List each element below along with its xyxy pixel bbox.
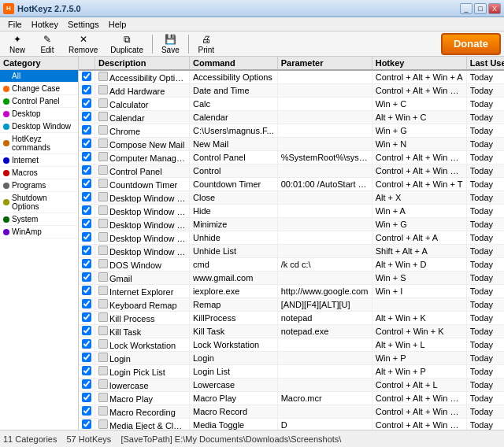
table-row[interactable]: CalendarCalendarAlt + Win + CToday0 xyxy=(79,111,504,124)
sidebar-item-control-panel[interactable]: Control Panel xyxy=(0,95,78,108)
table-row[interactable]: Keyboard RemapRemap[AND][F4][ALT][U]Toda… xyxy=(79,298,504,312)
col-command[interactable]: Command xyxy=(190,57,278,70)
row-checkbox[interactable] xyxy=(82,112,91,121)
table-row[interactable]: Computer ManagementControl Panel%SystemR… xyxy=(79,151,504,164)
table-row[interactable]: lowercaseLowercaseControl + Alt + LToday… xyxy=(79,379,504,392)
table-row[interactable]: Macro PlayMacro PlayMacro.mcrControl + A… xyxy=(79,392,504,405)
table-row[interactable]: Countdown TimerCountdown Timer00:01:00 /… xyxy=(79,178,504,191)
sidebar-item-desktop[interactable]: Desktop xyxy=(0,108,78,120)
new-button[interactable]: ✦ New xyxy=(3,33,32,55)
row-checkbox[interactable] xyxy=(82,312,91,322)
table-row[interactable]: Desktop Window HideHideWin + AToday0 xyxy=(79,205,504,218)
row-checkbox[interactable] xyxy=(82,139,91,148)
table-row[interactable]: Media Eject & CloseMedia ToggleDControl … xyxy=(79,419,504,430)
table-row[interactable]: Add HardwareDate and TimeControl + Alt +… xyxy=(79,84,504,98)
col-hotkey[interactable]: Hotkey xyxy=(372,57,466,70)
row-checkbox[interactable] xyxy=(82,393,91,402)
row-checkbox[interactable] xyxy=(82,339,91,349)
edit-button[interactable]: ✎ Edit xyxy=(33,33,61,55)
row-command: Control xyxy=(190,164,278,178)
row-checkbox[interactable] xyxy=(82,406,91,416)
duplicate-button[interactable]: ⧉ Duplicate xyxy=(105,33,149,55)
donate-button[interactable]: Donate xyxy=(441,33,501,55)
toolbar: ✦ New ✎ Edit ✕ Remove ⧉ Duplicate 💾 Save… xyxy=(0,31,504,57)
col-description[interactable]: Description xyxy=(95,57,190,70)
table-row[interactable]: CalculatorCalcWin + CToday0 xyxy=(79,98,504,111)
table-row[interactable]: ChromeC:\Users\magnus.F...Win + GToday0 xyxy=(79,124,504,138)
table-container[interactable]: Description Command Parameter Hotkey Las… xyxy=(79,57,504,430)
row-checkbox[interactable] xyxy=(82,152,91,161)
row-checkbox[interactable] xyxy=(82,379,91,389)
row-checkbox[interactable] xyxy=(82,232,91,242)
table-row[interactable]: Compose New MailNew MailWin + NToday0 xyxy=(79,138,504,151)
row-checkbox[interactable] xyxy=(82,246,91,255)
sidebar-item-hotkeyz-commands[interactable]: HotKeyz commands xyxy=(0,133,78,154)
minimize-button[interactable]: _ xyxy=(460,3,472,14)
row-checkbox[interactable] xyxy=(82,179,91,188)
table-row[interactable]: Lock WorkstationLock WorkstationAlt + Wi… xyxy=(79,338,504,352)
row-description: Accessibility Options xyxy=(95,70,190,84)
row-checkbox[interactable] xyxy=(82,286,91,295)
row-checkbox[interactable] xyxy=(82,192,91,201)
close-button[interactable]: X xyxy=(488,3,501,14)
sidebar-item-macros[interactable]: Macros xyxy=(0,167,78,179)
table-row[interactable]: Gmailwww.gmail.comWin + SToday1 xyxy=(79,272,504,285)
row-checkbox[interactable] xyxy=(82,98,91,108)
row-checkbox[interactable] xyxy=(82,205,91,215)
table-row[interactable]: Desktop Window MinimizeMinimizeWin + GTo… xyxy=(79,218,504,231)
menu-file[interactable]: File xyxy=(3,19,27,30)
sidebar-item-dot xyxy=(3,229,9,235)
sidebar-item-internet[interactable]: Internet xyxy=(0,154,78,167)
row-checkbox[interactable] xyxy=(82,299,91,308)
sidebar-item-dot xyxy=(3,73,9,79)
table-row[interactable]: Accessibility OptionsAccessibility Optio… xyxy=(79,70,504,84)
table-row[interactable]: Control PanelControlControl + Alt + Win … xyxy=(79,164,504,178)
row-lastused: Today xyxy=(466,338,504,352)
row-checkbox[interactable] xyxy=(82,125,91,135)
sidebar-item-programs[interactable]: Programs xyxy=(0,179,78,192)
sidebar-item-winamp[interactable]: WinAmp xyxy=(0,226,78,238)
table-row[interactable]: Desktop Window Unhide Pick ListUnhide Li… xyxy=(79,245,504,258)
menu-hotkey[interactable]: Hotkey xyxy=(27,19,63,30)
table-row[interactable]: Kill ProcessKillProcessnotepadAlt + Win … xyxy=(79,312,504,325)
row-checkbox[interactable] xyxy=(82,85,91,94)
maximize-button[interactable]: □ xyxy=(474,3,487,14)
row-checkbox[interactable] xyxy=(82,353,91,362)
status-savepath: [SaveToPath] E:\My Documents\Downloads\S… xyxy=(120,434,341,444)
sidebar-item-change-case[interactable]: Change Case xyxy=(0,83,78,95)
table-row[interactable]: Internet Exploreriexplore.exehttp://www.… xyxy=(79,285,504,298)
table-row[interactable]: Login Pick ListLogin ListAlt + Win + PTo… xyxy=(79,365,504,379)
table-row[interactable]: Desktop Window CloseCloseAlt + XToday0 xyxy=(79,191,504,205)
col-parameter[interactable]: Parameter xyxy=(277,57,372,70)
sidebar-item-desktop-window[interactable]: Desktop Window xyxy=(0,120,78,133)
print-button[interactable]: 🖨 Print xyxy=(192,33,220,55)
table-row[interactable]: LoginLoginWin + PToday0 xyxy=(79,352,504,365)
table-row[interactable]: Kill TaskKill Tasknotepad.exeControl + W… xyxy=(79,325,504,338)
table-row[interactable]: Desktop Window UnhideUnhideControl + Alt… xyxy=(79,231,504,245)
row-checkbox[interactable] xyxy=(82,219,91,228)
table-row[interactable]: Macro RecordingMacro RecordControl + Alt… xyxy=(79,405,504,419)
save-button[interactable]: 💾 Save xyxy=(156,33,185,55)
row-command: New Mail xyxy=(190,138,278,151)
col-lastused[interactable]: Last Used xyxy=(466,57,504,70)
table-row[interactable]: DOS Windowcmd/k cd c:\Alt + Win + DToday… xyxy=(79,258,504,272)
row-checkbox[interactable] xyxy=(82,366,91,375)
sidebar-item-system[interactable]: System xyxy=(0,213,78,226)
row-parameter: Macro.mcr xyxy=(277,392,372,405)
sidebar-item-label: Internet xyxy=(12,156,39,164)
edit-icon: ✎ xyxy=(43,34,51,45)
row-checkbox[interactable] xyxy=(82,259,91,268)
menu-settings[interactable]: Settings xyxy=(63,19,104,30)
row-checkbox[interactable] xyxy=(82,272,91,282)
row-checkbox[interactable] xyxy=(82,165,91,175)
sidebar-item-all[interactable]: All xyxy=(0,70,78,83)
menu-help[interactable]: Help xyxy=(104,19,132,30)
row-checkbox[interactable] xyxy=(82,326,91,335)
remove-button[interactable]: ✕ Remove xyxy=(63,33,103,55)
row-parameter xyxy=(277,124,372,138)
row-lastused: Today xyxy=(466,84,504,98)
row-parameter: /k cd c:\ xyxy=(277,258,372,272)
row-checkbox[interactable] xyxy=(82,72,91,81)
row-checkbox[interactable] xyxy=(82,419,91,429)
sidebar-item-shutdown-options[interactable]: Shutdown Options xyxy=(0,192,78,213)
